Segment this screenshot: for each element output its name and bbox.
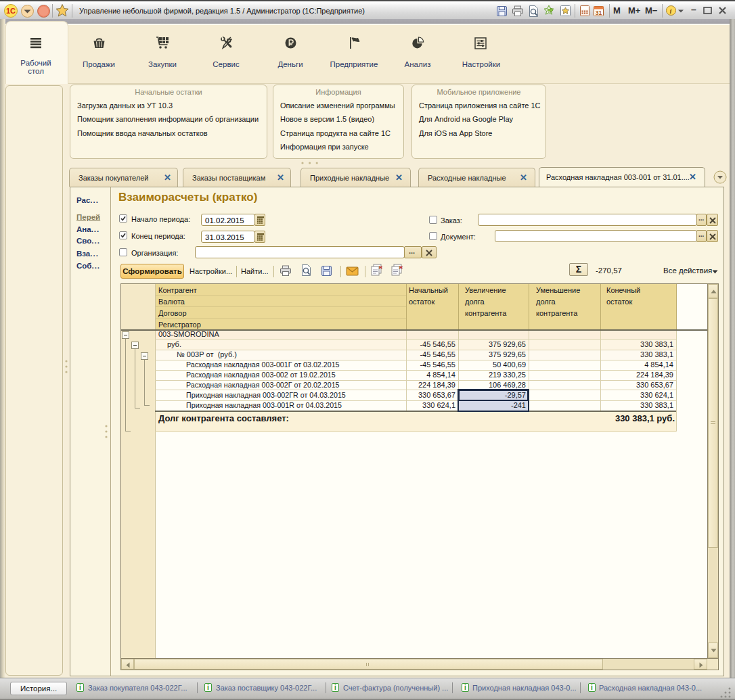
- svg-text:31: 31: [596, 9, 602, 16]
- svg-text:R: R: [399, 265, 403, 270]
- svg-text:1C: 1C: [6, 7, 16, 15]
- svg-text:R: R: [379, 265, 382, 270]
- svg-text:i: i: [670, 7, 672, 15]
